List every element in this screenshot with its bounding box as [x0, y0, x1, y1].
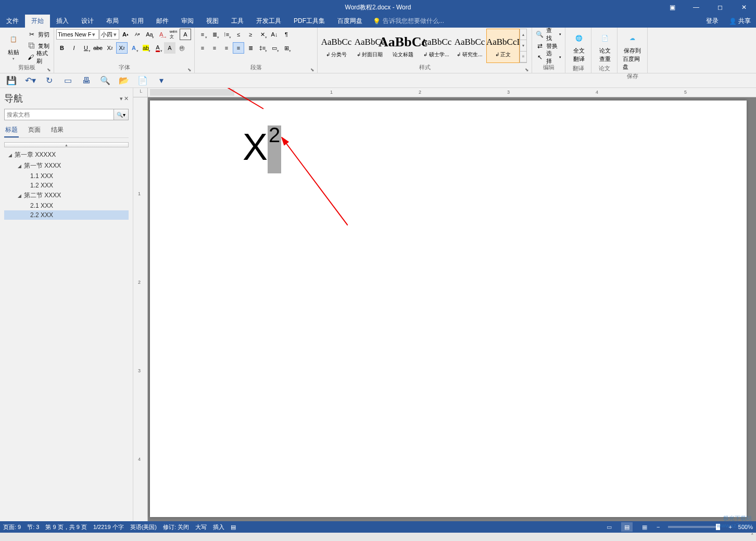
tab-insert[interactable]: 插入	[50, 15, 75, 28]
qat-more-icon[interactable]: ▾	[156, 76, 167, 86]
clipboard-launcher[interactable]	[47, 66, 53, 72]
tab-pdf[interactable]: PDF工具集	[287, 15, 331, 28]
login-button[interactable]: 登录	[701, 17, 724, 26]
nav-tab-pages[interactable]: 页面	[27, 123, 42, 137]
change-case-button[interactable]: Aa	[144, 29, 155, 40]
numbering-button[interactable]: ≣	[209, 29, 220, 40]
decrease-indent-button[interactable]: ≤	[233, 29, 244, 40]
strikethrough-button[interactable]: abc	[92, 42, 104, 54]
qat-open-icon[interactable]: 📂	[119, 76, 129, 86]
status-track[interactable]: 修订: 关闭	[163, 523, 189, 531]
style-scroll-up[interactable]: ▴	[520, 29, 526, 40]
status-word-count[interactable]: 1/2219 个字	[93, 523, 124, 531]
ruler-corner[interactable]: └	[133, 88, 148, 97]
styles-launcher[interactable]	[525, 66, 531, 72]
tab-layout[interactable]: 布局	[100, 15, 125, 28]
tab-baidu[interactable]: 百度网盘	[331, 15, 369, 28]
tab-tools[interactable]: 工具	[225, 15, 250, 28]
web-layout-icon[interactable]: ▦	[639, 522, 650, 532]
style-item-0[interactable]: AaBbCc↲ 分类号	[320, 29, 353, 63]
show-marks-button[interactable]: ¶	[281, 29, 292, 40]
save-cloud-button[interactable]: ☁保存到百度网盘	[620, 29, 645, 72]
style-scroll-down[interactable]: ▾	[520, 40, 526, 51]
print-layout-icon[interactable]: ▤	[621, 522, 633, 532]
align-center-button[interactable]: ≡	[209, 42, 220, 54]
tell-me-search[interactable]: 💡 告诉我您想要做什么...	[369, 15, 701, 28]
tab-review[interactable]: 审阅	[175, 15, 200, 28]
chevron-down-icon[interactable]: ◢	[8, 153, 15, 158]
status-page[interactable]: 页面: 9	[3, 523, 21, 531]
grow-font-button[interactable]: A▴	[120, 29, 131, 40]
zoom-level[interactable]: 500%	[738, 524, 753, 530]
ribbon-display-icon[interactable]: ▣	[660, 0, 684, 15]
qat-new-icon[interactable]: 📄	[137, 76, 148, 86]
sort-button[interactable]: A↓	[269, 29, 280, 40]
align-right-button[interactable]: ≡	[221, 42, 232, 54]
char-border-button[interactable]: A	[180, 29, 191, 40]
find-button[interactable]: 🔍查找▾	[534, 29, 563, 40]
status-insert[interactable]: 插入	[213, 523, 224, 531]
tab-file[interactable]: 文件	[0, 15, 25, 28]
italic-button[interactable]: I	[68, 42, 80, 54]
style-item-2[interactable]: AaBbCc论文标题	[386, 29, 420, 63]
collapse-ribbon-icon[interactable]: ˄	[751, 533, 754, 539]
zoom-in-button[interactable]: +	[728, 524, 732, 530]
nav-close-icon[interactable]: ✕	[124, 95, 129, 102]
font-size-combo[interactable]: 小四▾	[99, 29, 119, 40]
tab-developer[interactable]: 开发工具	[250, 15, 287, 28]
nav-tab-headings[interactable]: 标题	[4, 123, 19, 137]
qat-save-icon[interactable]: 💾	[6, 76, 17, 86]
paste-button[interactable]: 📋 粘贴 ▾	[2, 30, 25, 62]
line-spacing-button[interactable]: ‡≡	[257, 42, 268, 54]
close-icon[interactable]: ✕	[732, 0, 756, 15]
zoom-thumb[interactable]	[716, 524, 720, 530]
distribute-button[interactable]: ≣	[245, 42, 256, 54]
nav-node-6[interactable]: 2.2 XXX	[4, 210, 129, 220]
status-section[interactable]: 节: 3	[27, 523, 39, 531]
multilevel-button[interactable]: ⁝≡	[221, 29, 232, 40]
status-macro-icon[interactable]: ▤	[231, 524, 236, 531]
bullets-button[interactable]: ≡	[197, 29, 208, 40]
horizontal-ruler[interactable]: 1 2 3 4 5	[148, 88, 756, 97]
nav-node-0[interactable]: ◢第一章 XXXXX	[4, 149, 129, 160]
nav-node-1[interactable]: ◢第一节 XXXX	[4, 160, 129, 171]
subscript-button[interactable]: X2	[104, 42, 116, 54]
nav-node-3[interactable]: 1.2 XXX	[4, 181, 129, 190]
asian-layout-button[interactable]: ✕	[257, 29, 268, 40]
font-name-combo[interactable]: Times New F▾	[56, 29, 99, 40]
nav-dropdown-icon[interactable]: ▾	[120, 95, 123, 102]
tab-references[interactable]: 引用	[125, 15, 150, 28]
nav-tab-results[interactable]: 结果	[50, 123, 65, 137]
status-page-of[interactable]: 第 9 页，共 9 页	[45, 523, 86, 531]
nav-collapse-bar[interactable]: ▲	[4, 142, 129, 147]
style-more[interactable]: ≡	[520, 52, 526, 62]
justify-button[interactable]: ≡	[233, 42, 244, 54]
format-painter-button[interactable]: 🖌格式刷	[26, 52, 52, 62]
tab-mailings[interactable]: 邮件	[150, 15, 175, 28]
increase-indent-button[interactable]: ≥	[245, 29, 256, 40]
select-button[interactable]: ↖选择▾	[534, 52, 563, 62]
char-shading-button[interactable]: A	[164, 42, 175, 54]
qat-print-icon[interactable]: 🖶	[81, 76, 92, 86]
nav-node-4[interactable]: ◢第二节 XXXX	[4, 190, 129, 201]
qat-redo-icon[interactable]: ↻	[44, 76, 54, 86]
chevron-down-icon[interactable]: ◢	[18, 163, 24, 169]
share-button[interactable]: 👤 共享	[724, 17, 756, 26]
font-launcher[interactable]	[187, 66, 194, 72]
maximize-icon[interactable]: ◻	[708, 0, 732, 15]
paragraph-launcher[interactable]	[310, 66, 317, 72]
nav-search-button[interactable]: 🔍▾	[114, 109, 128, 120]
shading-button[interactable]: ▭	[269, 42, 280, 54]
tab-home[interactable]: 开始	[25, 15, 50, 28]
status-language[interactable]: 英语(美国)	[130, 523, 157, 531]
tab-view[interactable]: 视图	[200, 15, 225, 28]
nav-node-2[interactable]: 1.1 XXX	[4, 171, 129, 181]
zoom-out-button[interactable]: −	[657, 524, 660, 530]
text-effects-button[interactable]: A	[128, 42, 140, 54]
nav-search-input[interactable]	[5, 109, 114, 120]
read-mode-icon[interactable]: ▭	[603, 522, 615, 532]
align-left-button[interactable]: ≡	[197, 42, 208, 54]
style-item-3[interactable]: AaBbCc↲ 硕士学...	[420, 29, 453, 63]
qat-preview-icon[interactable]: 🔍	[100, 76, 110, 86]
nav-search-box[interactable]: 🔍▾	[4, 109, 129, 120]
